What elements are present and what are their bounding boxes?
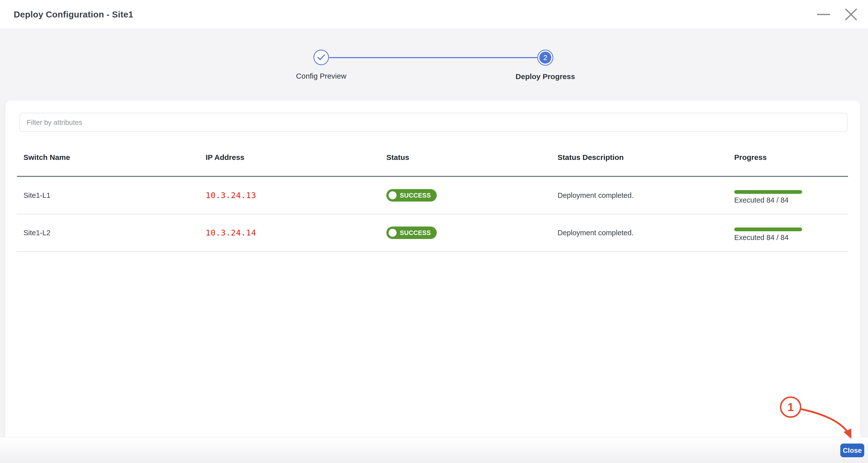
progress-label: Executed 84 / 84 <box>734 196 788 204</box>
stepper-step-deploy-progress[interactable]: 2 Deploy Progress <box>493 49 598 81</box>
table-header-row: Switch Name IP Address Status Status Des… <box>17 148 848 177</box>
column-header-progress[interactable]: Progress <box>728 153 848 176</box>
progress-bar-fill <box>734 190 802 194</box>
status-text: SUCCESS <box>400 192 431 199</box>
step-number: 2 <box>543 54 547 62</box>
column-header-status-description[interactable]: Status Description <box>551 153 728 176</box>
filter-input[interactable] <box>20 113 847 132</box>
stepper-step-config-preview[interactable]: Config Preview <box>269 49 374 80</box>
close-icon[interactable] <box>844 8 858 21</box>
progress-bar <box>734 190 802 194</box>
close-button[interactable]: Close <box>840 443 864 457</box>
status-dot-icon <box>389 191 397 199</box>
step-complete-check-icon <box>313 49 329 65</box>
dialog-title: Deploy Configuration - Site1 <box>14 9 133 20</box>
progress-label: Executed 84 / 84 <box>734 233 788 242</box>
status-text: SUCCESS <box>400 229 431 236</box>
minimize-icon[interactable] <box>817 8 830 21</box>
switch-table: Switch Name IP Address Status Status Des… <box>17 148 848 252</box>
column-header-ip-address[interactable]: IP Address <box>199 153 380 176</box>
cell-switch-name: Site1-L1 <box>17 191 199 200</box>
status-dot-icon <box>389 229 397 237</box>
cell-progress: Executed 84 / 84 <box>728 224 848 242</box>
window-controls <box>817 8 858 21</box>
status-badge: SUCCESS <box>386 189 437 202</box>
column-header-status[interactable]: Status <box>380 153 551 176</box>
dialog-footer: Close <box>0 437 868 463</box>
content-card: Switch Name IP Address Status Status Des… <box>5 101 860 437</box>
status-badge: SUCCESS <box>386 227 437 239</box>
cell-ip-address: 10.3.24.13 <box>206 191 256 200</box>
step-label: Config Preview <box>296 72 346 80</box>
progress-bar-fill <box>734 228 802 231</box>
cell-status-description: Deployment completed. <box>551 191 728 200</box>
cell-ip-address: 10.3.24.14 <box>206 228 256 237</box>
progress-bar <box>734 228 802 231</box>
step-label: Deploy Progress <box>516 72 575 81</box>
cell-switch-name: Site1-L2 <box>17 229 199 237</box>
column-header-switch-name[interactable]: Switch Name <box>17 153 199 176</box>
cell-progress: Executed 84 / 84 <box>728 187 848 204</box>
dialog-header: Deploy Configuration - Site1 <box>0 0 868 29</box>
table-row[interactable]: Site1-L1 10.3.24.13 SUCCESS Deployment c… <box>17 177 848 214</box>
step-active-circle: 2 <box>537 49 553 66</box>
cell-status-description: Deployment completed. <box>551 229 728 237</box>
table-row[interactable]: Site1-L2 10.3.24.14 SUCCESS Deployment c… <box>17 214 848 252</box>
